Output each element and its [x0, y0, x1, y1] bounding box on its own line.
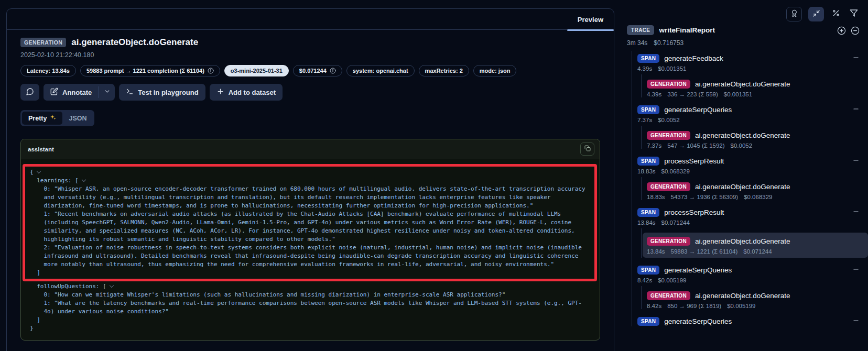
tree-item-generateSerpQueries[interactable]: SPAN generateSerpQueries 7.37s $0.0052 — [637, 104, 868, 123]
copy-button[interactable] — [580, 142, 594, 156]
json-array-item: 0: "How can we mitigate Whisper's limita… — [30, 291, 590, 299]
action-buttons-row: Annotate Test in playground — [20, 84, 600, 101]
metadata-pill[interactable]: maxRetries: 2 — [419, 65, 469, 76]
metadata-pill[interactable]: mode: json — [473, 65, 517, 76]
tree-item-ai.generateObject.doGenerate[interactable]: GENERATION ai.generateObject.doGenerate … — [647, 79, 868, 97]
trace-toolbar — [786, 7, 860, 21]
tree-item-processSerpResult[interactable]: SPAN processSerpResult 18.83s $0.068329 — [637, 156, 868, 174]
tree-item-cost: $0.005199 — [658, 277, 686, 283]
add-to-dataset-button[interactable]: Add to dataset — [210, 84, 283, 101]
trace-metrics: 3m 34s $0.716753 — [627, 39, 868, 47]
tree-item-duration: 4.39s — [647, 91, 661, 97]
tree-item-name: ai.generateObject.doGenerate — [695, 292, 790, 300]
tree-item-type-badge: GENERATION — [647, 237, 690, 246]
playground-button[interactable]: Test in playground — [119, 84, 205, 101]
assistant-output-panel: assistant {learnings: [0: "Whisper ASR, … — [20, 139, 600, 341]
filter-button[interactable] — [848, 7, 860, 21]
plus-circle-icon — [837, 26, 846, 37]
json-array-item: 1: "Recent benchmarks on adversarial aud… — [30, 210, 590, 244]
tree-item-ai.generateObject.doGenerate[interactable]: GENERATION ai.generateObject.doGenerate … — [647, 290, 868, 309]
tree-item-cost: $0.068329 — [744, 194, 772, 200]
json-followups-key[interactable]: followUpQuestions: [ — [30, 282, 590, 291]
json-root-open[interactable]: { — [30, 168, 590, 177]
tree-item-type-badge: GENERATION — [647, 291, 690, 300]
metadata-pill[interactable]: $0.071244 — [293, 65, 342, 76]
toggle-pretty-label: Pretty — [28, 115, 47, 122]
tree-item-tokens: 850 → 969 (Σ 1819) — [667, 303, 721, 309]
tree-guide-line — [632, 51, 632, 326]
chevron-down-icon — [104, 87, 111, 97]
tree-item-duration: 18.83s — [637, 168, 656, 174]
plus-icon — [216, 87, 224, 97]
assistant-panel-header: assistant — [21, 139, 600, 159]
collapse-panel-button[interactable] — [808, 7, 824, 21]
json-learnings-key[interactable]: learnings: [ — [30, 177, 590, 185]
json-output: {learnings: [0: "Whisper ASR, an open-so… — [30, 164, 590, 333]
annotate-scores-button[interactable] — [786, 7, 802, 21]
tree-item-duration: 18.83s — [647, 194, 665, 200]
tree-item-tokens: 336 → 223 (Σ 559) — [667, 91, 718, 97]
detail-card-header: Preview — [7, 9, 614, 30]
annotate-split-button: Annotate — [44, 84, 115, 101]
toggle-pretty[interactable]: Pretty — [22, 112, 62, 125]
collapse-all-button[interactable] — [851, 26, 860, 37]
collapse-node-icon[interactable] — [852, 105, 860, 113]
tree-item-ai.generateObject.doGenerate[interactable]: GENERATION ai.generateObject.doGenerate … — [647, 181, 868, 200]
tree-item-cost: $0.001351 — [658, 65, 686, 72]
collapse-caret-icon[interactable] — [81, 178, 85, 182]
tree-item-ai.generateObject.doGenerate[interactable]: GENERATION ai.generateObject.doGenerate … — [643, 233, 868, 258]
tree-item-type-badge: GENERATION — [647, 80, 690, 89]
minus-circle-icon — [851, 26, 860, 37]
annotate-button[interactable]: Annotate — [44, 84, 99, 101]
tree-item-cost: $0.001351 — [724, 91, 752, 97]
percent-view-button[interactable] — [830, 7, 842, 21]
tree-item-generateSerpQueries[interactable]: SPAN generateSerpQueries 8.42s $0.005199 — [637, 265, 868, 283]
collapse-caret-icon[interactable] — [109, 283, 113, 288]
tree-item-generateSerpQueries[interactable]: SPAN generateSerpQueries — [637, 316, 868, 326]
metadata-pill[interactable]: system: openai.chat — [346, 65, 415, 76]
json-array-item: 1: "What are the latency benchmarks and … — [30, 299, 590, 316]
sparkles-icon — [50, 114, 56, 122]
json-array-item: 0: "Whisper ASR, an open-source encoder-… — [30, 185, 590, 210]
tree-item-cost: $0.071244 — [661, 220, 690, 226]
collapse-node-icon[interactable] — [852, 208, 860, 215]
toggle-json[interactable]: JSON — [62, 112, 93, 125]
tree-item-duration: 13.84s — [647, 248, 665, 255]
tree-item-type-badge: SPAN — [637, 157, 659, 166]
trace-root-row[interactable]: TRACE writeFinalReport — [627, 25, 868, 35]
tab-preview[interactable]: Preview — [567, 9, 614, 30]
collapse-node-icon[interactable] — [852, 54, 860, 61]
model-pill[interactable]: o3-mini-2025-01-31 — [224, 65, 289, 76]
collapse-caret-icon[interactable] — [36, 169, 40, 173]
detail-card-body: GENERATION ai.generateObject.doGenerate … — [7, 30, 614, 348]
add-to-dataset-button-label: Add to dataset — [229, 89, 276, 96]
tree-item-tokens: 54373 → 1936 (Σ 56309) — [671, 194, 739, 200]
json-array-item: 2: "Evaluation of noise robustness in sp… — [30, 244, 590, 269]
tree-item-duration: 4.39s — [637, 65, 652, 72]
tree-item-processSerpResult[interactable]: SPAN processSerpResult 13.84s $0.071244 — [637, 207, 868, 226]
expand-all-button[interactable] — [837, 26, 846, 37]
info-icon[interactable] — [208, 68, 214, 74]
collapse-node-icon[interactable] — [852, 317, 860, 324]
award-icon — [790, 9, 798, 19]
collapse-node-icon[interactable] — [852, 266, 860, 273]
annotate-dropdown-toggle[interactable] — [99, 84, 115, 101]
filter-icon — [850, 9, 858, 19]
tree-item-name: generateSerpQueries — [664, 317, 732, 325]
tree-zoom-controls — [837, 26, 860, 37]
json-array-close: ] — [30, 316, 590, 324]
tree-item-ai.generateObject.doGenerate[interactable]: GENERATION ai.generateObject.doGenerate … — [647, 130, 868, 149]
info-icon[interactable] — [330, 68, 336, 74]
observation-detail-card: Preview GENERATION ai.generateObject.doG… — [6, 8, 614, 351]
tree-item-cost: $0.0052 — [658, 117, 680, 123]
toggle-json-label: JSON — [69, 115, 86, 122]
tree-item-type-badge: SPAN — [637, 54, 659, 63]
terminal-icon — [126, 87, 134, 97]
collapse-node-icon[interactable] — [852, 157, 860, 164]
tree-item-cost: $0.071244 — [743, 248, 772, 255]
metadata-pill[interactable]: 59883 prompt → 1221 completion (Σ 61104) — [80, 65, 220, 76]
metadata-pill[interactable]: Latency: 13.84s — [20, 65, 76, 76]
observation-timestamp: 2025-02-10 21:22:40.180 — [20, 51, 600, 59]
comment-button[interactable] — [20, 84, 39, 101]
tree-item-generateFeedback[interactable]: SPAN generateFeedback 4.39s $0.001351 — [637, 53, 868, 72]
